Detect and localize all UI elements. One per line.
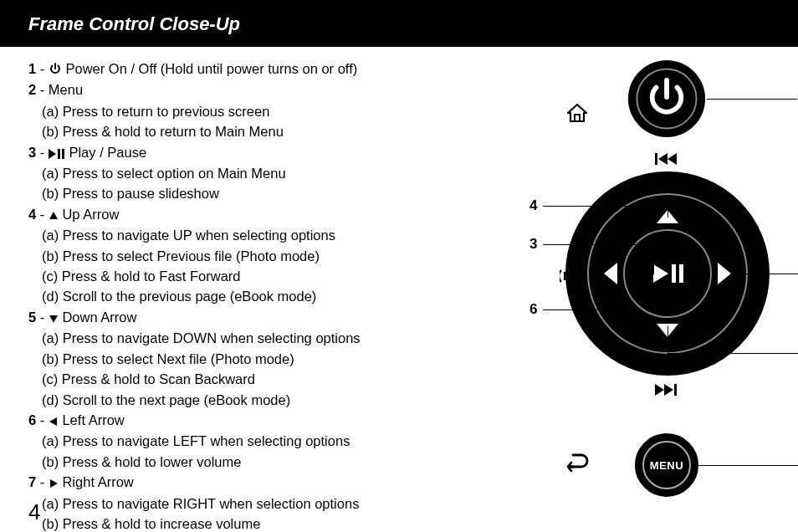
skip-forward-icon: [655, 383, 680, 400]
callout-6: 6: [529, 301, 537, 318]
svg-marker-15: [658, 153, 668, 165]
item-6-sub: (b) Press & hold to lower volume: [28, 452, 455, 472]
svg-marker-4: [49, 315, 58, 323]
svg-rect-22: [679, 264, 683, 283]
callout-3: 3: [529, 236, 537, 253]
item-7-sub: (b) Press & hold to increase volume: [28, 514, 455, 532]
item-5: 5 - Down Arrow: [28, 307, 455, 327]
item-2: 2 - Menu: [28, 79, 455, 100]
item-5-sub: (c) Press & hold to Scan Backward: [28, 369, 455, 389]
svg-marker-5: [49, 417, 57, 426]
item-2-sub: (b) Press & hold to return to Main Menu: [28, 121, 455, 141]
svg-rect-21: [672, 264, 676, 283]
item-2-sub: (a) Press to return to previous screen: [28, 101, 455, 121]
page-title: Frame Control Close-Up: [28, 13, 240, 34]
item-3-sub: (b) Press to pause slideshow: [28, 183, 455, 203]
skip-back-icon: [655, 152, 680, 169]
item-6: 6 - Left Arrow: [28, 410, 455, 430]
menu-button-label: MENU: [650, 459, 683, 472]
menu-button: MENU: [635, 433, 698, 497]
svg-marker-23: [655, 384, 664, 396]
page-header: Frame Control Close-Up: [0, 0, 798, 47]
item-4-sub: (c) Press & hold to Fast Forward: [28, 266, 455, 286]
power-button: [627, 59, 707, 139]
svg-marker-26: [568, 105, 586, 121]
svg-marker-6: [50, 479, 58, 488]
svg-marker-3: [49, 212, 58, 219]
svg-marker-0: [49, 149, 56, 159]
item-3: 3 - Play / Pause: [28, 142, 455, 162]
item-1: 1 - Power On / Off (Hold until power tur…: [28, 59, 455, 79]
callout-4: 4: [529, 197, 537, 214]
description-list: 1 - Power On / Off (Hold until power tur…: [28, 59, 455, 532]
item-7: 7 - Right Arrow: [28, 472, 455, 492]
home-icon: [566, 102, 588, 127]
item-4-sub: (b) Press to select Previous file (Photo…: [28, 246, 455, 266]
diagram-area: MENU: [455, 59, 770, 532]
item-4: 4 - Up Arrow: [28, 204, 455, 224]
item-4-sub: (d) Scroll to the previous page (eBook m…: [28, 286, 455, 306]
page-number: 4: [28, 499, 40, 525]
svg-rect-2: [62, 149, 64, 159]
speaker-icon: [560, 264, 588, 291]
svg-rect-25: [674, 384, 677, 396]
svg-rect-27: [575, 115, 580, 121]
item-4-sub: (a) Press to navigate UP when selecting …: [28, 225, 455, 245]
item-5-sub: (b) Press to select Next file (Photo mod…: [28, 349, 455, 369]
item-7-sub: (a) Press to navigate RIGHT when selecti…: [28, 494, 455, 514]
svg-rect-1: [58, 149, 60, 159]
item-5-sub: (d) Scroll to the next page (eBook mode): [28, 390, 455, 410]
svg-marker-16: [668, 153, 677, 165]
item-5-sub: (a) Press to navigate DOWN when selectin…: [28, 328, 455, 348]
svg-rect-14: [655, 153, 657, 165]
item-6-sub: (a) Press to navigate LEFT when selectin…: [28, 431, 455, 451]
item-3-sub: (a) Press to select option on Main Menu: [28, 163, 455, 183]
back-icon: [566, 453, 590, 477]
svg-marker-24: [664, 384, 673, 396]
